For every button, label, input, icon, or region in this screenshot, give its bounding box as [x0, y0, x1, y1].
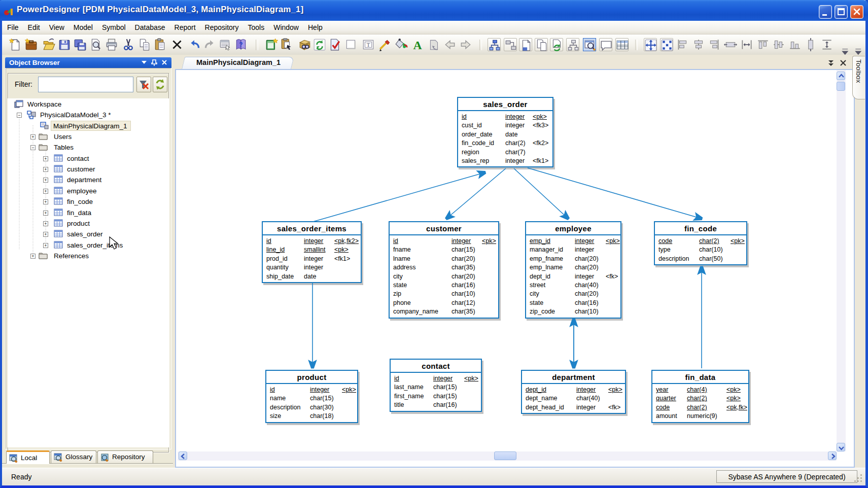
- svg-text:?: ?: [239, 41, 242, 48]
- svg-text:A: A: [413, 39, 422, 51]
- svg-text:T: T: [367, 42, 370, 48]
